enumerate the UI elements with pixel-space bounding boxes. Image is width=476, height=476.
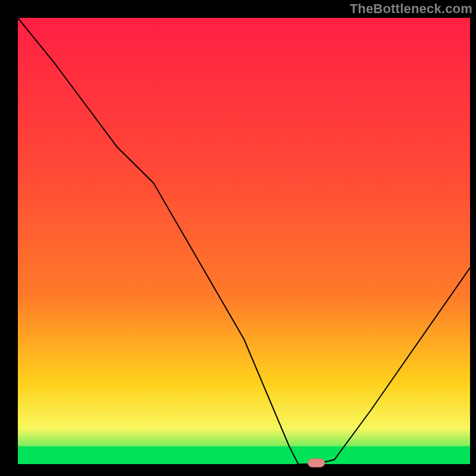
optimal-marker [308,459,325,467]
chart-svg [0,0,476,476]
watermark-text: TheBottleneck.com [350,1,472,17]
chart-container: TheBottleneck.com [0,0,476,476]
plot-background [18,18,470,464]
green-band [18,446,470,464]
